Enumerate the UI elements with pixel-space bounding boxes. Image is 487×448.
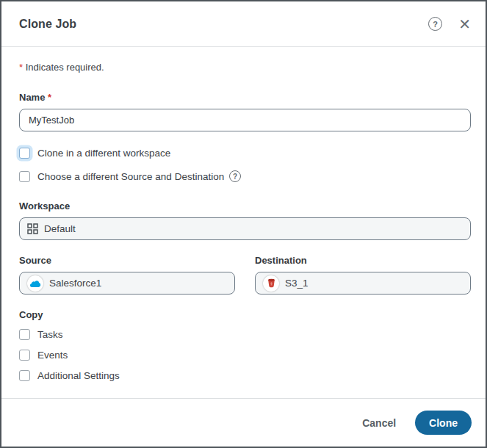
choose-different-help-icon[interactable]: ? <box>229 170 241 182</box>
dialog-header: Clone Job ? ✕ <box>1 1 486 47</box>
close-icon[interactable]: ✕ <box>458 17 471 32</box>
name-label: Name * <box>19 92 471 103</box>
destination-field-block: Destination S3_1 <box>255 255 471 295</box>
dialog-title: Clone Job <box>19 18 76 31</box>
copy-events-label: Events <box>37 350 68 361</box>
dialog-body: * Indicates required. Name * MyTestJob C… <box>1 47 486 381</box>
source-input[interactable]: Salesforce1 <box>19 272 235 295</box>
clone-button[interactable]: Clone <box>415 411 472 435</box>
copy-events-row: Events <box>19 350 471 361</box>
workspace-input-value: Default <box>44 223 76 234</box>
workspace-grid-icon <box>27 223 38 234</box>
destination-input[interactable]: S3_1 <box>255 272 471 295</box>
copy-tasks-row: Tasks <box>19 329 471 340</box>
required-note-text: Indicates required. <box>26 62 104 73</box>
copy-additional-settings-row: Additional Settings <box>19 370 471 381</box>
source-input-value: Salesforce1 <box>49 278 101 289</box>
workspace-input[interactable]: Default <box>19 217 471 240</box>
workspace-label: Workspace <box>19 200 471 212</box>
source-field-block: Source Salesforce1 <box>19 255 235 295</box>
name-label-text: Name <box>19 92 45 103</box>
header-actions: ? ✕ <box>428 17 471 32</box>
dialog-footer: Cancel Clone <box>1 398 486 447</box>
choose-different-label: Choose a different Source and Destinatio… <box>37 171 224 182</box>
clone-workspace-row: Clone in a different workspace <box>19 148 471 159</box>
copy-tasks-checkbox[interactable] <box>19 329 30 340</box>
clone-workspace-label: Clone in a different workspace <box>37 148 170 159</box>
name-required-asterisk: * <box>48 92 51 103</box>
cancel-button[interactable]: Cancel <box>362 417 396 429</box>
choose-different-row: Choose a different Source and Destinatio… <box>19 170 471 182</box>
destination-input-value: S3_1 <box>285 278 309 289</box>
s3-bucket-icon <box>263 275 279 292</box>
clone-job-dialog: Clone Job ? ✕ * Indicates required. Name… <box>0 0 487 448</box>
name-field-block: Name * MyTestJob <box>19 92 471 131</box>
source-destination-row: Source Salesforce1 Destination <box>19 255 471 295</box>
salesforce-icon <box>27 275 43 292</box>
copy-section-label: Copy <box>19 309 471 320</box>
copy-tasks-label: Tasks <box>37 329 63 340</box>
clone-workspace-checkbox[interactable] <box>19 148 30 159</box>
required-note: * Indicates required. <box>19 62 471 73</box>
name-input-value: MyTestJob <box>29 115 74 126</box>
required-asterisk: * <box>19 62 23 73</box>
choose-different-checkbox[interactable] <box>19 171 30 182</box>
copy-additional-settings-checkbox[interactable] <box>19 370 30 381</box>
copy-additional-settings-label: Additional Settings <box>37 370 120 381</box>
source-label: Source <box>19 255 235 266</box>
workspace-field-block: Workspace Default <box>19 200 471 240</box>
destination-label: Destination <box>255 255 471 266</box>
help-icon[interactable]: ? <box>428 17 442 31</box>
copy-events-checkbox[interactable] <box>19 350 30 361</box>
name-input[interactable]: MyTestJob <box>19 109 471 131</box>
